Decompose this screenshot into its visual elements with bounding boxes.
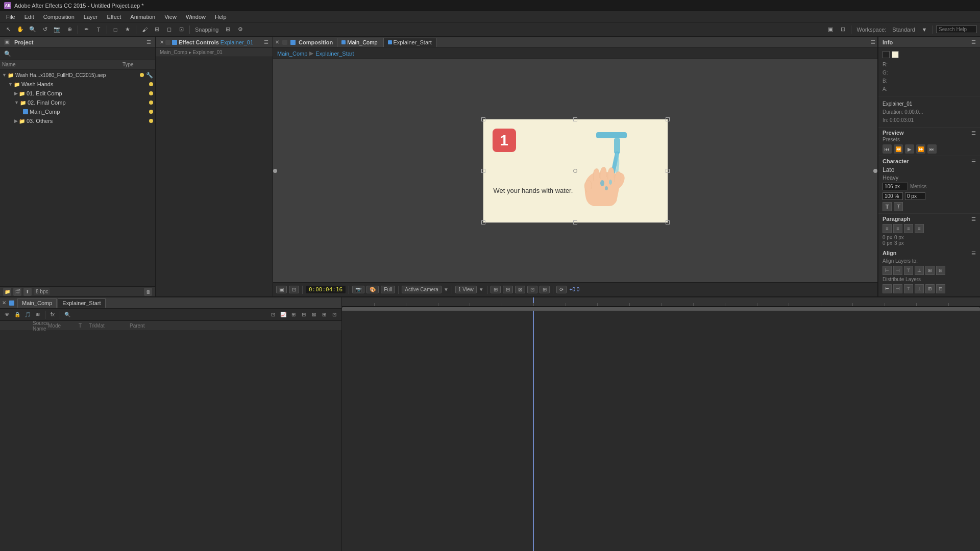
tree-item-wash-hands[interactable]: ▼ 📁 Wash Hands — [0, 80, 155, 89]
comp-tab-main-comp[interactable]: Main_Comp — [337, 38, 382, 47]
dist-vcenter-btn[interactable]: ⊞ — [925, 284, 935, 293]
align-top-btn[interactable]: ⊥ — [915, 266, 924, 275]
comp-preview-options[interactable]: ▣ — [276, 286, 287, 293]
menu-animation[interactable]: Animation — [126, 13, 159, 21]
dist-left-btn[interactable]: ⊢ — [883, 284, 892, 293]
menu-edit[interactable]: Edit — [20, 13, 38, 21]
tree-item-others[interactable]: ▶ 📁 03. Others — [0, 116, 155, 126]
tool-rotate[interactable]: ↺ — [40, 24, 50, 35]
import-btn[interactable]: ⬆ — [23, 288, 32, 296]
tool-zoom[interactable]: 🔍 — [28, 24, 38, 35]
tl-mb-all-btn[interactable]: ⊞ — [320, 311, 328, 319]
preview-next-frame[interactable]: ⏩ — [916, 144, 925, 154]
preview-play[interactable]: ▶ — [905, 144, 914, 154]
menu-layer[interactable]: Layer — [80, 13, 102, 21]
dist-right-btn[interactable]: ⊤ — [904, 284, 913, 293]
tree-item-root[interactable]: ▼ 📁 Wash Ha...x1080_FullHD_CC2015).aep 🔧 — [0, 70, 155, 80]
tool-pen[interactable]: ✒ — [81, 24, 91, 35]
font-italic-btn[interactable]: T — [894, 202, 903, 211]
tool-shape-star[interactable]: ★ — [122, 24, 133, 35]
tl-snap-btn[interactable]: ⊟ — [300, 311, 308, 319]
font-size-percent-input[interactable] — [883, 192, 903, 200]
comp-camera-label[interactable]: Active Camera — [402, 286, 442, 293]
region-btn[interactable]: ⊡ — [838, 24, 848, 35]
preview-menu[interactable]: ☰ — [971, 130, 976, 136]
breadcrumb-child[interactable]: Explainer_Start — [315, 51, 354, 57]
align-menu[interactable]: ☰ — [971, 251, 976, 256]
tl-live-update-btn[interactable]: ⊡ — [330, 311, 338, 319]
align-bottom-btn[interactable]: ⊟ — [936, 266, 945, 275]
menu-effect[interactable]: Effect — [103, 13, 125, 21]
comp-region-interest[interactable]: ⊡ — [289, 286, 299, 293]
font-bold-btn[interactable]: T — [883, 202, 892, 211]
snap-settings[interactable]: ⚙ — [235, 24, 246, 35]
tl-solo-btn[interactable]: 👁 — [3, 311, 11, 319]
tl-frame-blend-btn[interactable]: ⊠ — [310, 311, 318, 319]
project-panel-menu[interactable]: ☰ — [146, 39, 151, 45]
workspace-dropdown[interactable]: ▼ — [919, 24, 929, 35]
tree-item-main-comp-nested[interactable]: Main_Comp — [0, 107, 155, 116]
tool-hand[interactable]: ✋ — [15, 24, 26, 35]
composition-preview-btn[interactable]: ▣ — [825, 24, 836, 35]
dist-hcenter-btn[interactable]: ⊣ — [893, 284, 902, 293]
comp-layout2[interactable]: ⊟ — [503, 286, 513, 293]
tool-shape-rect[interactable]: □ — [110, 24, 120, 35]
align-hcenter-btn[interactable]: ⊣ — [893, 266, 902, 275]
delete-btn[interactable]: 🗑 — [144, 288, 152, 296]
effect-panel-menu[interactable]: ☰ — [264, 39, 268, 45]
menu-composition[interactable]: Composition — [39, 13, 79, 21]
tool-select[interactable]: ↖ — [3, 24, 13, 35]
comp-panel-menu[interactable]: ☰ — [871, 39, 875, 45]
font-adjust-input[interactable] — [905, 192, 925, 200]
align-left-btn[interactable]: ≡ — [883, 224, 892, 233]
comp-viewport[interactable]: 1 — [273, 59, 877, 282]
comp-tab-explainer-start[interactable]: Explainer_Start — [383, 38, 436, 47]
timeline-scrollbar-track[interactable] — [342, 307, 980, 311]
dist-top-btn[interactable]: ⊥ — [915, 284, 924, 293]
tool-orbit[interactable]: ⊕ — [64, 24, 75, 35]
character-menu[interactable]: ☰ — [971, 159, 976, 164]
info-panel-menu[interactable]: ☰ — [971, 39, 976, 45]
comp-layout3[interactable]: ⊠ — [515, 286, 525, 293]
tl-audio-btn[interactable]: 🎵 — [23, 311, 32, 319]
align-right2-btn[interactable]: ⊤ — [904, 266, 913, 275]
new-folder-btn[interactable]: 📁 — [3, 288, 11, 296]
align-right-btn[interactable]: ≡ — [904, 224, 913, 233]
comp-reset-view[interactable]: ⟳ — [556, 286, 567, 293]
tl-search-btn[interactable]: 🔍 — [63, 311, 71, 319]
tree-item-edit-comp[interactable]: ▶ 📁 01. Edit Comp — [0, 89, 155, 98]
comp-layout4[interactable]: ⊡ — [527, 286, 537, 293]
tool-stamp[interactable]: ⊞ — [152, 24, 162, 35]
preview-prev-frame[interactable]: ⏪ — [894, 144, 903, 154]
tool-brush[interactable]: 🖌 — [139, 24, 150, 35]
tool-puppet[interactable]: ⊡ — [176, 24, 186, 35]
dist-bottom-btn[interactable]: ⊟ — [936, 284, 945, 293]
comp-resolution-btn[interactable]: 📷 — [352, 286, 364, 293]
tl-motion-blur-btn[interactable]: ≋ — [34, 311, 42, 319]
tool-text[interactable]: T — [93, 24, 104, 35]
timeline-ruler[interactable] — [342, 297, 980, 307]
timeline-tab-explainer[interactable]: Explainer_Start — [58, 298, 105, 308]
comp-panel-close[interactable]: ✕ — [275, 39, 279, 45]
timeline-tab-main-comp[interactable]: Main_Comp — [17, 298, 57, 308]
comp-resolution-value[interactable]: Full — [381, 286, 395, 293]
tool-eraser[interactable]: ◻ — [164, 24, 174, 35]
effect-panel-close[interactable]: ✕ — [160, 39, 164, 45]
menu-help[interactable]: Help — [211, 13, 231, 21]
font-size-input[interactable] — [883, 183, 908, 190]
new-comp-btn[interactable]: 🎬 — [13, 288, 21, 296]
align-center-btn[interactable]: ≡ — [893, 224, 902, 233]
snapping-btn[interactable]: ⊞ — [223, 24, 233, 35]
paragraph-menu[interactable]: ☰ — [971, 216, 976, 222]
breadcrumb-root[interactable]: Main_Comp — [277, 51, 307, 57]
search-help-input[interactable] — [936, 26, 977, 33]
tl-motion-btn[interactable]: ⊞ — [289, 311, 298, 319]
align-left2-btn[interactable]: ⊢ — [883, 266, 892, 275]
comp-layout1[interactable]: ⊞ — [491, 286, 501, 293]
comp-layout5[interactable]: ⊞ — [540, 286, 550, 293]
preview-skip-start[interactable]: ⏮ — [883, 144, 892, 154]
menu-view[interactable]: View — [160, 13, 181, 21]
menu-window[interactable]: Window — [182, 13, 210, 21]
menu-file[interactable]: File — [2, 13, 19, 21]
preview-skip-end[interactable]: ⏭ — [927, 144, 937, 154]
